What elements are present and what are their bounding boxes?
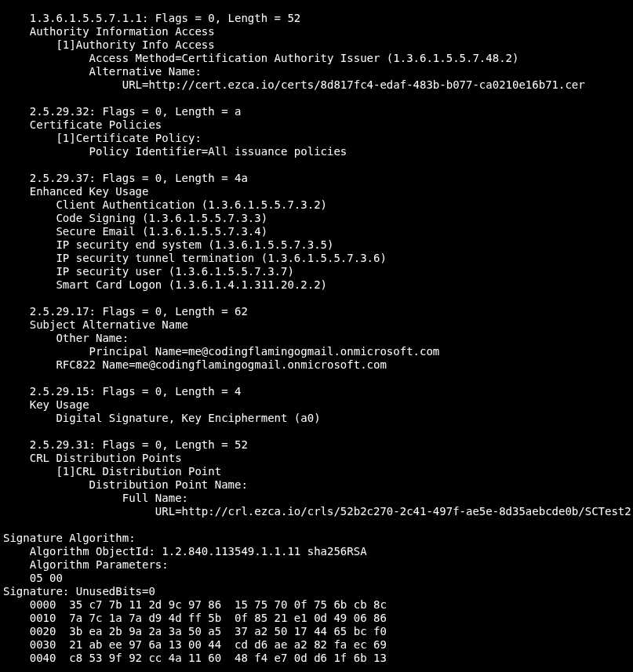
- terminal-output: 1.3.6.1.5.5.7.1.1: Flags = 0, Length = 5…: [0, 0, 633, 665]
